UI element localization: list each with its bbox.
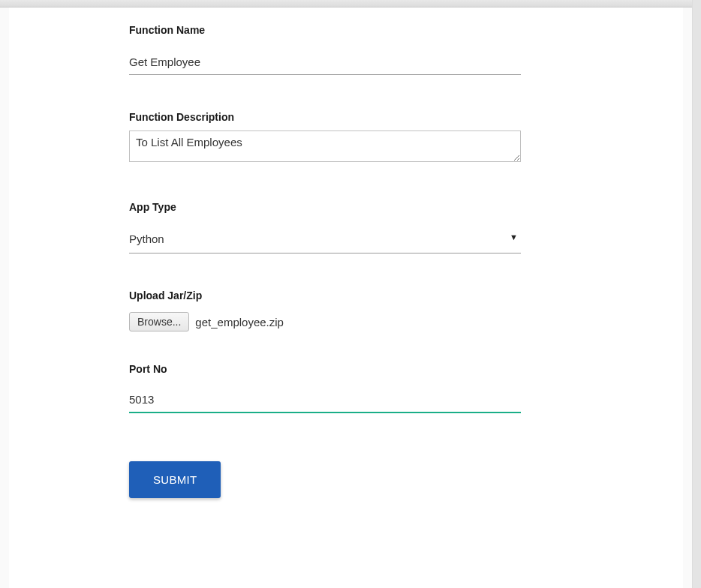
upload-label: Upload Jar/Zip [129,290,563,302]
form-container: Function Name Function Description App T… [9,8,683,588]
port-no-input[interactable] [129,390,521,413]
function-name-label: Function Name [129,24,563,36]
right-edge-strip [692,0,701,588]
port-no-group: Port No [129,363,563,413]
browse-button[interactable]: Browse... [129,312,189,332]
app-type-group: App Type Python ▼ [129,201,563,254]
file-row: Browse... get_employee.zip [129,312,563,332]
function-description-label: Function Description [129,111,563,123]
app-type-label: App Type [129,201,563,213]
upload-group: Upload Jar/Zip Browse... get_employee.zi… [129,290,563,332]
app-type-select-wrap: Python ▼ [129,230,521,254]
app-type-select[interactable]: Python [129,230,521,254]
window-top-bar [0,0,701,8]
function-name-input[interactable] [129,52,521,75]
uploaded-file-name: get_employee.zip [195,316,284,328]
function-description-group: Function Description [129,111,563,165]
submit-button[interactable]: SUBMIT [129,461,221,498]
function-name-group: Function Name [129,24,563,75]
port-no-label: Port No [129,363,563,375]
function-description-input[interactable] [129,130,521,162]
